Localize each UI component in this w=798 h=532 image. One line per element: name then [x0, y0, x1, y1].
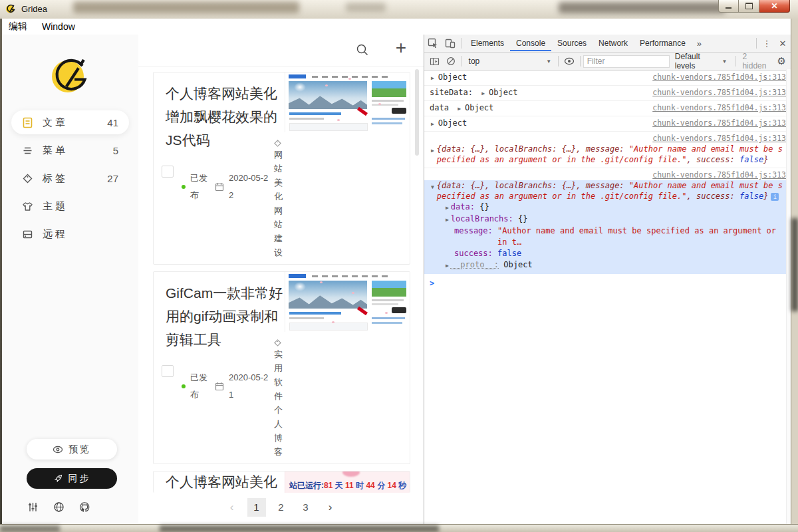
console-prompt[interactable]: > — [424, 274, 791, 293]
frame-context-select[interactable]: top ▼ — [465, 57, 556, 66]
sidebar-item-remote[interactable]: 远程 — [11, 222, 129, 246]
article-checkbox[interactable] — [162, 365, 174, 377]
more-tabs-chevron[interactable]: » — [692, 39, 707, 49]
minimize-button[interactable] — [718, 0, 739, 13]
tshirt-icon — [22, 201, 33, 212]
preview-button-label: 预览 — [68, 444, 91, 456]
clear-console-icon[interactable] — [443, 53, 459, 69]
tab-performance[interactable]: Performance — [634, 35, 692, 51]
sidebar-item-theme[interactable]: 主题 — [11, 194, 129, 218]
menu-edit[interactable]: 编辑 — [9, 21, 27, 33]
tab-elements[interactable]: Elements — [465, 35, 510, 51]
object-preview: {data: {…}, localBranchs: {…}, message: … — [437, 180, 786, 201]
gridea-window: Gridea ✕ 编辑 Window 文章 — [0, 0, 798, 532]
devtools-close-icon[interactable]: ✕ — [774, 39, 791, 49]
list-scrollbar[interactable] — [415, 69, 419, 156]
sidebar-item-tags[interactable]: 标签 27 — [11, 166, 129, 190]
frame-context-value: top — [469, 57, 480, 66]
preview-button[interactable]: 预览 — [27, 439, 117, 460]
object-property: success: false — [446, 248, 786, 259]
globe-icon[interactable] — [53, 501, 65, 513]
article-meta: 已发布 2020-05-21 — [182, 369, 270, 404]
devtools-menu-kebab-icon[interactable]: ⋮ — [759, 39, 774, 49]
tags-more: ... — [273, 262, 283, 265]
console-message[interactable]: siteData: ▶Object chunk-vendors.785f1d04… — [424, 86, 791, 101]
app-icon — [5, 3, 16, 14]
app-body: 文章 41 菜单 5 标签 27 主题 — [2, 35, 791, 525]
sync-button[interactable]: 同步 — [27, 468, 117, 489]
console-message[interactable]: ▶Object chunk-vendors.785f1d04.js:313 — [424, 70, 791, 86]
source-link[interactable]: chunk-vendors.785f1d04.js:313 — [652, 134, 786, 143]
sidebar-item-label: 主题 — [43, 200, 68, 213]
source-link[interactable]: chunk-vendors.785f1d04.js:313 — [652, 170, 786, 180]
hidden-messages-count[interactable]: 2 hidden — [738, 52, 774, 70]
device-toolbar-icon[interactable] — [442, 35, 459, 51]
article-card[interactable]: 个人博客网站美化增加飘樱花效果的JS代码 已发布 2020-05-22 网站美化… — [153, 72, 410, 265]
object-property[interactable]: ▶__proto__: Object — [446, 259, 786, 271]
console-message-selected[interactable]: chunk-vendors.785f1d04.js:313 ▼ {data: {… — [424, 168, 791, 274]
inspect-element-icon[interactable] — [424, 35, 442, 51]
article-card[interactable]: GifCam一款非常好用的gif动画录制和剪辑工具 已发布 2020-05-21… — [153, 271, 410, 464]
sidebar-item-label: 标签 — [43, 172, 68, 185]
console-message[interactable]: chunk-vendors.785f1d04.js:313 ▶ {data: {… — [424, 132, 791, 168]
source-link[interactable]: chunk-vendors.785f1d04.js:313 — [652, 88, 786, 98]
tags-more: ... — [273, 462, 283, 464]
log-text: siteData: — [430, 88, 473, 98]
article-tags: 实用软件个人博客 ... — [273, 338, 283, 464]
article-checkbox[interactable] — [162, 166, 174, 178]
expand-arrow-icon[interactable]: ▶ — [456, 104, 464, 114]
tab-network[interactable]: Network — [593, 35, 634, 51]
source-link[interactable]: chunk-vendors.785f1d04.js:313 — [652, 72, 786, 83]
tab-console[interactable]: Console — [510, 35, 551, 51]
expand-arrow-icon[interactable]: ▶ — [446, 214, 451, 225]
pagination-page-1[interactable]: 1 — [247, 498, 266, 517]
expand-arrow-icon[interactable]: ▶ — [446, 260, 451, 271]
add-article-button[interactable]: + — [396, 37, 406, 59]
expand-arrow-icon[interactable]: ▶ — [446, 202, 451, 213]
log-levels-select[interactable]: Default levels ▼ — [670, 52, 733, 70]
menu-window[interactable]: Window — [42, 21, 75, 32]
live-expression-eye-icon[interactable] — [561, 53, 577, 69]
article-title: GifCam一款非常好用的gif动画录制和剪辑工具 — [166, 281, 291, 351]
pagination-next[interactable]: › — [321, 498, 340, 517]
console-log: ▶Object chunk-vendors.785f1d04.js:313 si… — [424, 70, 791, 293]
console-sidebar-icon[interactable] — [427, 53, 443, 69]
close-icon: ✕ — [771, 1, 777, 11]
sidebar: 文章 41 菜单 5 标签 27 主题 — [2, 35, 138, 525]
sidebar-item-articles[interactable]: 文章 41 — [11, 110, 129, 134]
object-property[interactable]: ▶localBranchs: {} — [446, 213, 786, 225]
sidebar-item-label: 远程 — [43, 228, 68, 241]
post-thumbnail — [285, 72, 410, 132]
source-link[interactable]: chunk-vendors.785f1d04.js:313 — [652, 118, 786, 129]
pagination-prev[interactable]: ‹ — [223, 498, 241, 517]
console-filter-input[interactable] — [583, 55, 670, 68]
close-button[interactable]: ✕ — [759, 0, 790, 13]
sidebar-item-label: 菜单 — [43, 144, 68, 157]
expand-arrow-icon[interactable]: ▶ — [430, 119, 437, 129]
settings-sliders-icon[interactable] — [27, 501, 39, 513]
search-icon[interactable] — [356, 43, 369, 57]
tag-icon — [22, 173, 33, 184]
tab-sources[interactable]: Sources — [551, 35, 593, 51]
console-message[interactable]: data ▶Object chunk-vendors.785f1d04.js:3… — [424, 101, 791, 116]
menubar: 编辑 Window — [2, 19, 791, 35]
site-runtime-text: 站已运行:81 天 11 时 44 分 14 秒 — [289, 480, 406, 491]
pagination-page-3[interactable]: 3 — [297, 498, 315, 517]
titlebar[interactable]: Gridea ✕ — [0, 0, 798, 19]
pagination-page-2[interactable]: 2 — [272, 498, 291, 517]
maximize-button[interactable] — [739, 0, 759, 13]
expand-arrow-icon[interactable]: ▶ — [480, 88, 487, 98]
article-date: 2020-05-22 — [229, 170, 270, 204]
article-card[interactable]: 个人博客网站美化增 站已运行:81 天 11 时 44 分 14 秒 — [153, 471, 410, 493]
github-icon[interactable] — [79, 501, 90, 513]
source-link[interactable]: chunk-vendors.785f1d04.js:313 — [652, 103, 786, 114]
sidebar-item-menu[interactable]: 菜单 5 — [11, 138, 129, 162]
titlebar-blur-artifact — [73, 1, 299, 13]
object-property[interactable]: ▶data: {} — [446, 201, 786, 213]
console-settings-gear-icon[interactable]: ⚙ — [775, 55, 789, 67]
expand-arrow-icon[interactable]: ▶ — [430, 73, 437, 83]
expand-arrow-icon[interactable]: ▶ — [430, 144, 437, 165]
collapse-arrow-icon[interactable]: ▼ — [430, 180, 437, 201]
rocket-icon — [53, 473, 63, 483]
console-message[interactable]: ▶Object chunk-vendors.785f1d04.js:313 — [424, 116, 791, 132]
